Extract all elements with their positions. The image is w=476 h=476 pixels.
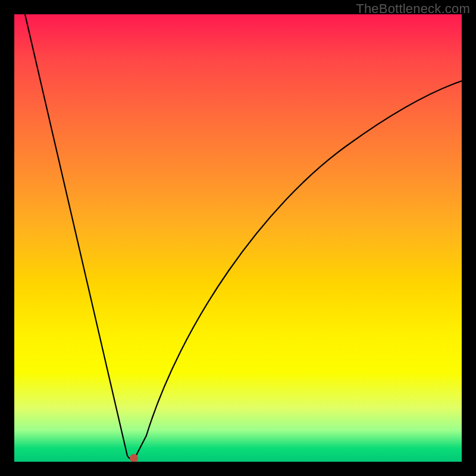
watermark-text: TheBottleneck.com: [356, 1, 470, 17]
curve-layer: [14, 14, 462, 462]
bottleneck-chart: TheBottleneck.com: [0, 0, 476, 476]
plot-area: [14, 14, 462, 462]
bottleneck-curve: [25, 14, 462, 459]
